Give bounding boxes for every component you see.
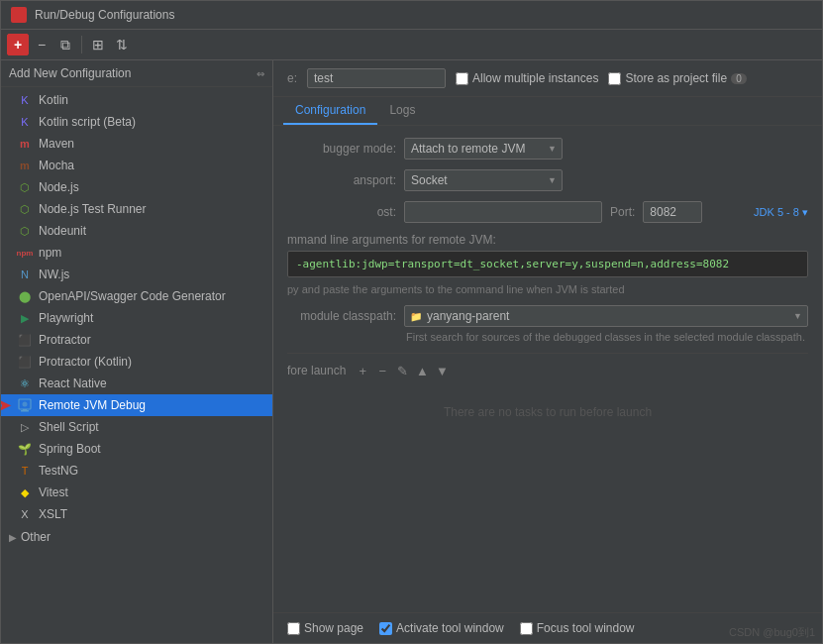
svg-rect-1 <box>21 410 29 412</box>
copy-config-button[interactable]: ⧉ <box>54 34 76 55</box>
selection-arrow-icon: ➤ <box>1 394 12 416</box>
sidebar-item-kotlin[interactable]: K Kotlin <box>1 89 272 111</box>
module-select[interactable]: yanyang-parent <box>404 305 808 327</box>
sidebar-item-playwright[interactable]: ▶ Playwright <box>1 307 272 329</box>
sidebar-item-nodejs-test[interactable]: ⬡ Node.js Test Runner <box>1 198 272 220</box>
sidebar-item-npm[interactable]: npm npm <box>1 242 272 264</box>
move-config-button[interactable]: ⊞ <box>87 34 109 55</box>
sidebar-item-spring-boot[interactable]: 🌱 Spring Boot <box>1 438 272 460</box>
npm-icon: npm <box>17 245 33 261</box>
sidebar-item-label: Kotlin <box>39 93 68 107</box>
store-badge: 0 <box>731 73 747 84</box>
sidebar-item-shell-script[interactable]: ▷ Shell Script <box>1 416 272 438</box>
sidebar: Add New Configuration ⇔ K Kotlin K Kotli… <box>1 60 273 643</box>
show-page-checkbox[interactable] <box>287 622 300 635</box>
bl-up-button[interactable]: ▲ <box>413 362 431 379</box>
sidebar-item-other[interactable]: ▶ Other <box>1 527 272 547</box>
add-config-label: Add New Configuration <box>9 66 131 80</box>
debugger-mode-select[interactable]: Attach to remote JVM <box>404 138 563 160</box>
host-input[interactable] <box>404 201 602 223</box>
before-launch-label: fore launch <box>287 364 346 377</box>
sidebar-item-protractor[interactable]: ⬛ Protractor <box>1 329 272 351</box>
sidebar-item-label: Mocha <box>39 159 74 172</box>
expand-icon: ▶ <box>9 532 17 543</box>
spring-icon: 🌱 <box>17 441 33 457</box>
before-launch-toolbar: + − ✎ ▲ ▼ <box>354 362 451 379</box>
playwright-icon: ▶ <box>17 310 33 326</box>
sidebar-item-label: Maven <box>39 137 74 151</box>
module-hint: First search for sources of the debugged… <box>287 331 808 343</box>
mocha-icon: m <box>17 158 33 173</box>
module-row: module classpath: 📁 yanyang-parent <box>287 305 808 327</box>
bl-remove-button[interactable]: − <box>373 362 391 379</box>
nodejs-test-icon: ⬡ <box>17 201 33 217</box>
tab-bar: Configuration Logs <box>273 97 822 126</box>
port-label: Port: <box>610 205 635 219</box>
config-body: bugger mode: Attach to remote JVM anspor… <box>273 126 822 612</box>
tab-configuration[interactable]: Configuration <box>283 97 377 125</box>
protractor-icon: ⬛ <box>17 332 33 348</box>
sort-config-button[interactable]: ⇅ <box>111 34 133 55</box>
nodejs-icon: ⬡ <box>17 179 33 195</box>
bl-add-button[interactable]: + <box>354 362 371 379</box>
other-label: Other <box>21 530 51 544</box>
protractor-kotlin-icon: ⬛ <box>17 354 33 370</box>
debugger-mode-row: bugger mode: Attach to remote JVM <box>287 138 808 160</box>
sidebar-item-remote-jvm-debug[interactable]: ➤ Remote JVM Debug <box>1 394 272 416</box>
sidebar-header: Add New Configuration ⇔ <box>1 60 272 87</box>
activate-window-checkbox[interactable] <box>379 622 392 635</box>
focus-window-label: Focus tool window <box>520 621 635 635</box>
port-input[interactable] <box>643 201 702 223</box>
sidebar-item-label: Playwright <box>39 311 93 325</box>
transport-row: ansport: Socket <box>287 169 808 191</box>
react-icon: ⚛ <box>17 376 33 391</box>
title-bar: Run/Debug Configurations <box>1 1 822 30</box>
remove-config-button[interactable]: − <box>31 34 52 55</box>
sidebar-item-label: Spring Boot <box>39 442 101 456</box>
sidebar-item-protractor-kotlin[interactable]: ⬛ Protractor (Kotlin) <box>1 351 272 373</box>
sidebar-item-label: Protractor <box>39 333 91 347</box>
sidebar-item-testng[interactable]: T TestNG <box>1 460 272 482</box>
sidebar-item-mocha[interactable]: m Mocha <box>1 155 272 176</box>
focus-window-checkbox[interactable] <box>520 622 533 635</box>
app-icon <box>11 7 27 23</box>
before-launch-header: fore launch + − ✎ ▲ ▼ <box>287 362 808 379</box>
bl-down-button[interactable]: ▼ <box>433 362 451 379</box>
sidebar-item-label: Protractor (Kotlin) <box>39 355 132 369</box>
copy-hint: py and paste the arguments to the comman… <box>287 283 808 295</box>
sidebar-item-label: Shell Script <box>39 420 99 434</box>
no-tasks-label: There are no tasks to run before launch <box>287 385 808 439</box>
store-checkbox[interactable] <box>608 72 621 85</box>
sidebar-item-openapi[interactable]: ⬤ OpenAPI/Swagger Code Generator <box>1 285 272 307</box>
debugger-mode-label: bugger mode: <box>287 142 396 156</box>
module-label: module classpath: <box>287 309 396 323</box>
sidebar-item-label: XSLT <box>39 507 67 521</box>
sidebar-item-label: npm <box>39 246 61 260</box>
main-toolbar: + − ⧉ ⊞ ⇅ <box>1 30 822 60</box>
module-icon: 📁 <box>410 311 422 322</box>
config-name-input[interactable] <box>307 68 446 88</box>
before-launch-section: fore launch + − ✎ ▲ ▼ There are no tasks… <box>287 353 808 439</box>
transport-select[interactable]: Socket <box>404 169 563 191</box>
sidebar-item-nodejs[interactable]: ⬡ Node.js <box>1 176 272 198</box>
allow-multiple-checkbox[interactable] <box>456 72 468 85</box>
name-label: e: <box>287 71 297 85</box>
add-config-button[interactable]: + <box>7 34 29 55</box>
sidebar-item-kotlin-script[interactable]: K Kotlin script (Beta) <box>1 111 272 133</box>
sidebar-item-nodeunit[interactable]: ⬡ Nodeunit <box>1 220 272 242</box>
cmdline-label: mmand line arguments for remote JVM: <box>287 233 808 247</box>
testng-icon: T <box>17 463 33 479</box>
jdk-link[interactable]: JDK 5 - 8 ▾ <box>754 206 808 219</box>
sidebar-item-xslt[interactable]: X XSLT <box>1 503 272 525</box>
kotlin-script-icon: K <box>17 114 33 130</box>
sidebar-item-nwjs[interactable]: N NW.js <box>1 264 272 285</box>
sidebar-item-react-native[interactable]: ⚛ React Native <box>1 373 272 394</box>
bl-edit-button[interactable]: ✎ <box>393 362 411 379</box>
right-panel: e: Allow multiple instances Store as pro… <box>273 60 822 643</box>
tab-logs[interactable]: Logs <box>377 97 427 125</box>
vitest-icon: ◆ <box>17 484 33 500</box>
sidebar-item-maven[interactable]: m Maven <box>1 133 272 155</box>
sidebar-item-vitest[interactable]: ◆ Vitest <box>1 482 272 503</box>
sidebar-resize-button[interactable]: ⇔ <box>257 68 264 79</box>
kotlin-icon: K <box>17 92 33 108</box>
